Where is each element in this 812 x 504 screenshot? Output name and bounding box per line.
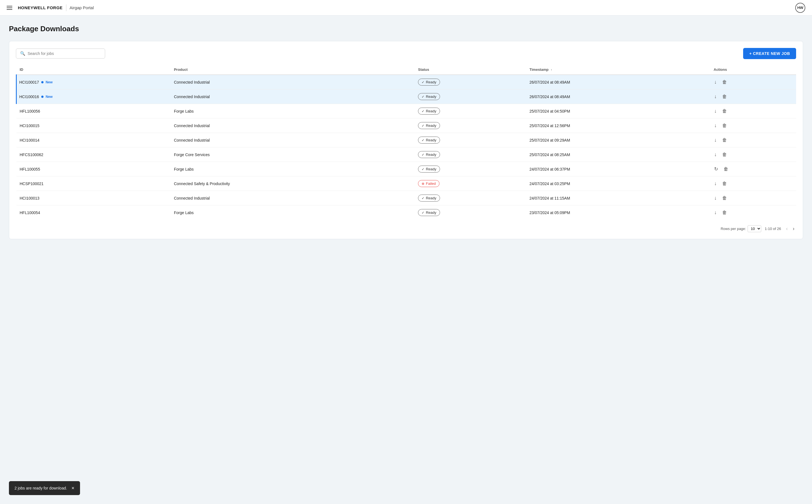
delete-button[interactable]: 🗑 bbox=[722, 137, 728, 144]
status-text: Ready bbox=[426, 196, 436, 200]
cell-actions: ↓🗑 bbox=[710, 191, 796, 205]
table-row: HFL100056Forge Labs✓Ready25/07/2024 at 0… bbox=[16, 104, 796, 118]
cell-timestamp: 26/07/2024 at 08:49AM bbox=[526, 75, 710, 89]
table-header: ID Product Status Timestamp ↑ Actions bbox=[16, 65, 796, 75]
search-input[interactable] bbox=[28, 51, 101, 56]
col-header-timestamp[interactable]: Timestamp ↑ bbox=[526, 65, 710, 75]
download-button[interactable]: ↓ bbox=[714, 180, 717, 187]
status-badge: ✓Ready bbox=[418, 195, 440, 202]
download-button[interactable]: ↓ bbox=[714, 137, 717, 144]
cell-id: HCI100016New bbox=[16, 89, 171, 104]
refresh-button[interactable]: ↻ bbox=[714, 166, 719, 173]
jobs-table: ID Product Status Timestamp ↑ Actions HC… bbox=[16, 65, 796, 220]
cell-timestamp: 25/07/2024 at 12:56PM bbox=[526, 118, 710, 133]
job-id: HCI100017 bbox=[19, 80, 39, 84]
cell-status: ✓Ready bbox=[415, 75, 526, 89]
check-icon: ✓ bbox=[422, 124, 424, 128]
cell-id: HFL100056 bbox=[16, 104, 171, 118]
cell-product: Forge Labs bbox=[171, 104, 415, 118]
rows-per-page-label: Rows per page: bbox=[721, 227, 746, 231]
cell-actions: ↓🗑 bbox=[710, 118, 796, 133]
job-id: HFL100055 bbox=[20, 167, 40, 171]
brand-divider bbox=[66, 4, 66, 11]
prev-page-button[interactable]: ‹ bbox=[784, 225, 789, 232]
check-icon: ✓ bbox=[422, 196, 424, 200]
delete-button[interactable]: 🗑 bbox=[723, 166, 729, 173]
delete-button[interactable]: 🗑 bbox=[722, 195, 728, 202]
cell-status: ⊗Failed bbox=[415, 176, 526, 191]
cell-actions: ↻🗑 bbox=[710, 162, 796, 176]
download-button[interactable]: ↓ bbox=[714, 151, 717, 158]
download-button[interactable]: ↓ bbox=[714, 79, 717, 86]
cell-timestamp: 23/07/2024 at 05:09PM bbox=[526, 205, 710, 220]
header-left: HONEYWELL FORGE Airgap Portal bbox=[7, 4, 94, 11]
cell-status: ✓Ready bbox=[415, 191, 526, 205]
download-button[interactable]: ↓ bbox=[714, 93, 717, 100]
cell-timestamp: 24/07/2024 at 03:25PM bbox=[526, 176, 710, 191]
new-label: New bbox=[46, 95, 53, 99]
download-button[interactable]: ↓ bbox=[714, 122, 717, 129]
status-text: Ready bbox=[426, 210, 436, 215]
job-id: HCI100013 bbox=[20, 196, 40, 200]
delete-button[interactable]: 🗑 bbox=[722, 122, 728, 129]
page-title: Package Downloads bbox=[9, 25, 803, 33]
job-id: HFL100056 bbox=[20, 109, 40, 113]
create-new-job-button[interactable]: + CREATE NEW JOB bbox=[743, 48, 796, 59]
cell-id: HCI100017New bbox=[16, 75, 171, 89]
next-page-button[interactable]: › bbox=[791, 225, 796, 232]
new-dot-icon bbox=[41, 96, 43, 98]
table-row: HFL100055Forge Labs✓Ready24/07/2024 at 0… bbox=[16, 162, 796, 176]
cell-status: ✓Ready bbox=[415, 89, 526, 104]
delete-button[interactable]: 🗑 bbox=[722, 180, 728, 187]
status-text: Ready bbox=[426, 167, 436, 171]
status-badge: ✓Ready bbox=[418, 93, 440, 100]
status-text: Ready bbox=[426, 123, 436, 128]
cell-actions: ↓🗑 bbox=[710, 104, 796, 118]
cell-id: HCSP100021 bbox=[16, 176, 171, 191]
cell-actions: ↓🗑 bbox=[710, 147, 796, 162]
brand-logo: HONEYWELL FORGE bbox=[18, 5, 63, 10]
table-row: HCI100016NewConnected Industrial✓Ready26… bbox=[16, 89, 796, 104]
page-info: 1-10 of 26 bbox=[765, 227, 781, 231]
hamburger-menu-icon[interactable] bbox=[7, 6, 12, 10]
download-button[interactable]: ↓ bbox=[714, 209, 717, 216]
cell-status: ✓Ready bbox=[415, 147, 526, 162]
status-badge: ✓Ready bbox=[418, 122, 440, 129]
toolbar: 🔍 + CREATE NEW JOB bbox=[16, 48, 796, 59]
table-row: HCSP100021Connected Safety & Productivit… bbox=[16, 176, 796, 191]
delete-button[interactable]: 🗑 bbox=[722, 93, 728, 100]
download-button[interactable]: ↓ bbox=[714, 195, 717, 202]
delete-button[interactable]: 🗑 bbox=[722, 209, 728, 216]
cell-product: Forge Labs bbox=[171, 205, 415, 220]
delete-button[interactable]: 🗑 bbox=[722, 108, 728, 115]
table-row: HFL100054Forge Labs✓Ready23/07/2024 at 0… bbox=[16, 205, 796, 220]
download-button[interactable]: ↓ bbox=[714, 108, 717, 115]
search-wrap[interactable]: 🔍 bbox=[16, 49, 105, 59]
cell-timestamp: 24/07/2024 at 06:37PM bbox=[526, 162, 710, 176]
status-badge: ✓Ready bbox=[418, 166, 440, 173]
delete-button[interactable]: 🗑 bbox=[722, 79, 728, 86]
cell-id: HCI100014 bbox=[16, 133, 171, 147]
cell-timestamp: 26/07/2024 at 08:49AM bbox=[526, 89, 710, 104]
cell-product: Forge Labs bbox=[171, 162, 415, 176]
status-text: Ready bbox=[426, 152, 436, 157]
check-icon: ✓ bbox=[422, 153, 424, 157]
status-text: Ready bbox=[426, 95, 436, 99]
header: HONEYWELL FORGE Airgap Portal HW bbox=[0, 0, 812, 16]
cell-status: ✓Ready bbox=[415, 104, 526, 118]
check-icon: ✓ bbox=[422, 138, 424, 142]
col-header-actions: Actions bbox=[710, 65, 796, 75]
new-dot-icon bbox=[41, 81, 43, 83]
cell-id: HFL100054 bbox=[16, 205, 171, 220]
job-id: HCI100016 bbox=[19, 95, 39, 99]
cell-id: HCI100013 bbox=[16, 191, 171, 205]
avatar[interactable]: HW bbox=[795, 3, 805, 13]
cell-status: ✓Ready bbox=[415, 162, 526, 176]
check-icon: ✓ bbox=[422, 167, 424, 171]
table-row: HCI100014Connected Industrial✓Ready25/07… bbox=[16, 133, 796, 147]
delete-button[interactable]: 🗑 bbox=[722, 151, 728, 158]
cell-product: Forge Core Services bbox=[171, 147, 415, 162]
check-icon: ✓ bbox=[422, 80, 424, 84]
page-nav: ‹ › bbox=[784, 225, 796, 232]
rows-per-page-select[interactable]: 5102550 bbox=[748, 225, 761, 232]
